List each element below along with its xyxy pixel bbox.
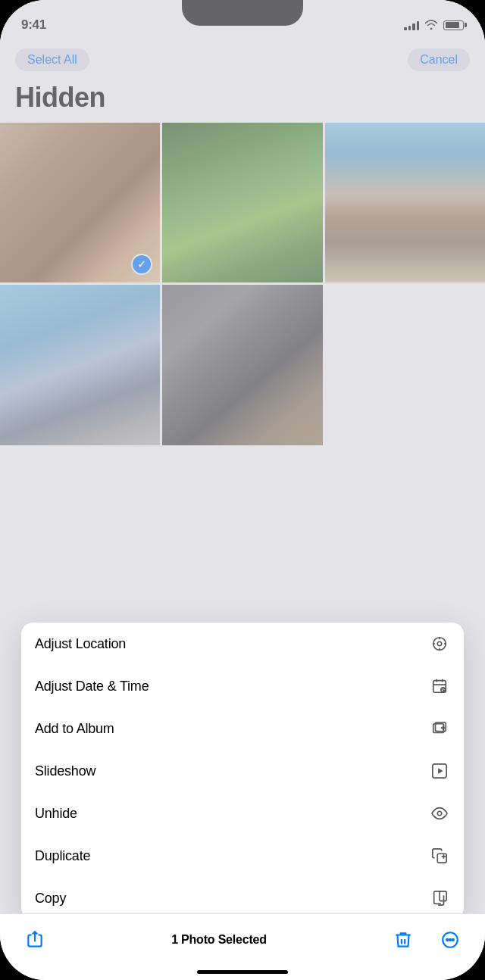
- svg-point-21: [452, 938, 454, 940]
- copy-icon: [429, 888, 450, 909]
- svg-marker-12: [438, 768, 443, 773]
- home-indicator: [197, 970, 288, 974]
- svg-rect-17: [440, 891, 446, 901]
- menu-item-unhide-label: Unhide: [35, 806, 77, 822]
- duplicate-icon: [429, 845, 450, 866]
- trash-icon: [393, 930, 413, 950]
- svg-point-19: [446, 938, 448, 940]
- context-menu: Adjust Location Adjust Date & Time: [21, 623, 464, 919]
- menu-item-slideshow-label: Slideshow: [35, 763, 95, 779]
- svg-point-0: [437, 641, 442, 646]
- eye-icon: [429, 803, 450, 824]
- menu-item-adjust-date-time-label: Adjust Date & Time: [35, 679, 149, 694]
- phone-frame: 9:41 Select All Cancel Hi: [0, 0, 485, 980]
- share-button[interactable]: [18, 923, 52, 957]
- menu-item-adjust-location-label: Adjust Location: [35, 636, 126, 652]
- svg-point-20: [449, 938, 451, 940]
- calendar-icon: [429, 676, 450, 697]
- svg-point-13: [437, 811, 442, 816]
- add-album-icon: [429, 718, 450, 739]
- more-button[interactable]: [433, 923, 467, 957]
- play-icon: [429, 760, 450, 782]
- share-icon: [25, 930, 45, 950]
- menu-item-unhide[interactable]: Unhide: [21, 792, 464, 835]
- photo-selected-text: 1 Photo Selected: [171, 933, 267, 947]
- location-icon: [429, 633, 450, 654]
- menu-item-adjust-location[interactable]: Adjust Location: [21, 623, 464, 665]
- menu-item-adjust-date-time[interactable]: Adjust Date & Time: [21, 665, 464, 707]
- menu-item-add-to-album[interactable]: Add to Album: [21, 707, 464, 750]
- menu-item-duplicate[interactable]: Duplicate: [21, 835, 464, 877]
- menu-item-add-to-album-label: Add to Album: [35, 721, 114, 737]
- svg-rect-14: [437, 854, 446, 863]
- ellipsis-icon: [440, 930, 460, 950]
- menu-item-duplicate-label: Duplicate: [35, 848, 90, 864]
- delete-button[interactable]: [386, 923, 420, 957]
- menu-item-slideshow[interactable]: Slideshow: [21, 750, 464, 792]
- menu-item-copy-label: Copy: [35, 891, 66, 907]
